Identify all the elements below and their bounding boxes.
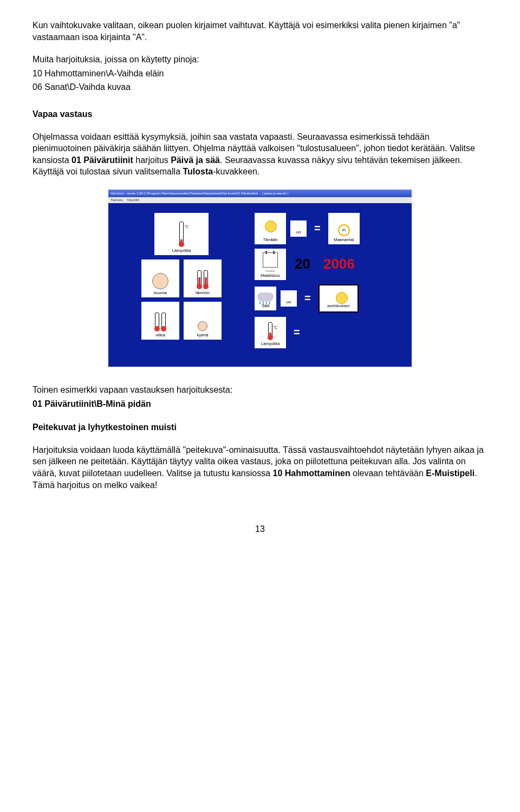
out-lampotila: °C Lämpötila bbox=[255, 317, 286, 348]
menubar: Tiedosto Näytöllä bbox=[108, 197, 412, 203]
out-aurinkoinen: aurinkoinen bbox=[318, 284, 359, 313]
lbl-tanaan: Tänään bbox=[263, 237, 277, 243]
out-on2: on bbox=[281, 290, 297, 307]
lbl-lampotila: Lämpötila bbox=[172, 248, 191, 254]
heading-mask-images: Peitekuvat ja lyhytkestoinen muisti bbox=[32, 421, 487, 433]
para3-t2: harjoitus bbox=[133, 155, 171, 165]
card-kuuma[interactable]: kuuma bbox=[141, 259, 179, 297]
paragraph-mask-images: Harjoituksia voidaan luoda käyttämällä "… bbox=[32, 444, 487, 491]
lbl-lammin: lämmin bbox=[196, 290, 210, 296]
lbl-maanantai: Maanantai bbox=[334, 237, 354, 243]
page-number: 13 bbox=[32, 523, 487, 535]
lbl-saa: Sää bbox=[262, 303, 269, 309]
para4-line1: Toinen esimerkki vapaan vastauksen harjo… bbox=[32, 384, 487, 396]
para3-t4: -kuvakkeen. bbox=[213, 167, 259, 176]
rain-cloud-icon bbox=[257, 293, 274, 301]
para5-b2: E-Muistipeli bbox=[426, 469, 474, 478]
out-tanaan: Tänään bbox=[255, 213, 286, 244]
card-kylma[interactable]: kylmä bbox=[184, 302, 222, 340]
heading1: Vapaa vastaus bbox=[32, 108, 487, 120]
para5-b1: 10 Hahmottaminen bbox=[273, 469, 350, 478]
card-lammin[interactable]: lämmin bbox=[184, 259, 222, 297]
app-window: Opi kuvin - versio 1.00 C:\Program Files… bbox=[108, 190, 412, 367]
out-saa: Sää bbox=[255, 287, 276, 310]
menu-file[interactable]: Tiedosto bbox=[110, 198, 123, 203]
titlebar: Opi kuvin - versio 1.00 C:\Program Files… bbox=[108, 190, 412, 197]
para5-t2: olevaan tehtävään bbox=[350, 469, 426, 478]
paragraph-second-example: Toinen esimerkki vapaan vastauksen harjo… bbox=[32, 384, 487, 410]
lbl-kylma: kylmä bbox=[197, 333, 209, 339]
para1: Kun vaihtokuvake valitaan, oikean puolen… bbox=[32, 20, 487, 43]
app-canvas: °C Lämpötila kuuma lämmin bbox=[108, 203, 412, 367]
out-year: 2006 bbox=[319, 255, 359, 274]
out-maaliskuu: maalis Maaliskuu bbox=[255, 249, 286, 280]
menu-view[interactable]: Näytöllä bbox=[127, 198, 139, 203]
equals-icon-2: = bbox=[301, 291, 314, 306]
lbl-on2: on bbox=[287, 300, 291, 306]
out-maanantai: m Maanantai bbox=[328, 213, 360, 244]
para3-b3: Tulosta bbox=[183, 167, 213, 176]
paragraph-exercises-list: Muita harjoituksia, joissa on käytetty p… bbox=[32, 54, 487, 93]
moon-badge-icon: m bbox=[338, 224, 350, 236]
lbl-viilea: viilea bbox=[155, 333, 165, 339]
paragraph-free-answer: Ohjelmassa voidaan esittää kysymyksiä, j… bbox=[32, 131, 487, 178]
para3-b2: Päivä ja sää bbox=[171, 155, 220, 165]
card-lampotila[interactable]: °C Lämpötila bbox=[154, 213, 209, 255]
lbl-on1: on bbox=[296, 230, 301, 236]
lbl-maaliskuu: Maaliskuu bbox=[261, 273, 280, 279]
para2-line3: 06 Sanat\D-Vaihda kuvaa bbox=[32, 81, 487, 93]
out-on1: on bbox=[290, 220, 307, 237]
titlebar-text: Opi kuvin - versio 1.00 C:\Program Files… bbox=[110, 191, 288, 196]
embedded-screenshot: Opi kuvin - versio 1.00 C:\Program Files… bbox=[32, 190, 487, 367]
out-daynum: 20 bbox=[290, 255, 315, 274]
lbl-aurinkoinen: aurinkoinen bbox=[327, 303, 349, 309]
equals-icon-3: = bbox=[290, 325, 303, 340]
output-area: Tänään on = m Maanantai maalis bbox=[255, 213, 395, 353]
card-viilea[interactable]: viilea bbox=[141, 302, 179, 340]
equals-icon: = bbox=[311, 221, 324, 236]
para3: Ohjelmassa voidaan esittää kysymyksiä, j… bbox=[32, 131, 487, 178]
heading2: Peitekuvat ja lyhytkestoinen muisti bbox=[32, 421, 487, 433]
lbl-out-lampotila: Lämpötila bbox=[261, 341, 280, 347]
para3-b1: 01 Päivärutiinit bbox=[72, 155, 133, 165]
paragraph-intro: Kun vaihtokuvake valitaan, oikean puolen… bbox=[32, 20, 487, 43]
para5: Harjoituksia voidaan luoda käyttämällä "… bbox=[32, 444, 487, 491]
para2-line2: 10 Hahmottaminen\A-Vaihda eläin bbox=[32, 68, 487, 80]
lbl-maalis-note: maalis bbox=[265, 269, 275, 273]
para4-line2: 01 Päivärutiinit\B-Minä pidän bbox=[32, 398, 487, 410]
left-palette: °C Lämpötila kuuma lämmin bbox=[125, 213, 238, 353]
para2-line1: Muita harjoituksia, joissa on käytetty p… bbox=[32, 54, 487, 66]
heading-free-answer: Vapaa vastaus bbox=[32, 108, 487, 120]
lbl-kuuma: kuuma bbox=[154, 290, 167, 296]
calendar-icon bbox=[263, 252, 278, 268]
